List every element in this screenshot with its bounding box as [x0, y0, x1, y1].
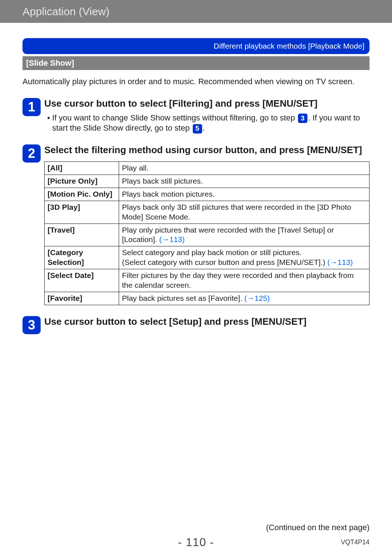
filter-desc-cell: Play all. — [119, 162, 369, 175]
app-header: Application (View) — [0, 0, 392, 23]
filter-desc-cell: Plays back still pictures. — [119, 175, 369, 188]
intro-paragraph: Automatically play pictures in order and… — [23, 77, 369, 87]
table-row: [Picture Only]Plays back still pictures. — [45, 175, 369, 188]
table-row: [3D Play]Plays back only 3D still pictur… — [45, 201, 369, 224]
step-title: Select the filtering method using cursor… — [44, 144, 369, 156]
filter-desc-cell: Filter pictures by the day they were rec… — [119, 269, 369, 292]
bullet-seg-a: If you want to change Slide Show setting… — [52, 113, 297, 122]
step-3: 3 Use cursor button to select [Setup] an… — [23, 316, 369, 334]
filter-label-cell: [3D Play] — [45, 201, 119, 224]
step-title: Use cursor button to select [Filtering] … — [44, 98, 369, 109]
filter-label-cell: [Favorite] — [45, 292, 119, 305]
banner-text: Different playback methods [Playback Mod… — [214, 42, 364, 50]
step-1: 1 Use cursor button to select [Filtering… — [23, 98, 369, 134]
table-row: [Category Selection]Select category and … — [45, 246, 369, 269]
inline-step-ref-icon: 5 — [193, 124, 202, 134]
filter-label-cell: [Motion Pic. Only] — [45, 188, 119, 201]
filter-desc-cell: Play only pictures that were recorded wi… — [119, 224, 369, 246]
filter-label-cell: [Picture Only] — [45, 175, 119, 188]
step-number-badge: 2 — [23, 144, 41, 163]
filter-label-cell: [Category Selection] — [45, 246, 119, 269]
step-bullet: • If you want to change Slide Show setti… — [44, 113, 369, 134]
page-ref-link[interactable]: (→113) — [159, 235, 185, 243]
app-title: Application (View) — [23, 5, 110, 18]
table-row: [Select Date]Filter pictures by the day … — [45, 269, 369, 292]
bullet-seg-c: . — [203, 123, 205, 132]
page-ref-link[interactable]: (→125) — [244, 294, 270, 302]
filter-desc-cell: Play back pictures set as [Favorite]. (→… — [119, 292, 369, 305]
step-number-badge: 1 — [23, 98, 41, 116]
table-row: [Motion Pic. Only]Plays back motion pict… — [45, 188, 369, 201]
inline-step-ref-icon: 3 — [298, 114, 307, 123]
filter-desc-cell: Plays back motion pictures. — [119, 188, 369, 201]
table-row: [All]Play all. — [45, 162, 369, 175]
section-heading: [Slide Show] — [23, 56, 369, 70]
filter-label-cell: [Travel] — [45, 224, 119, 246]
filter-label-cell: [All] — [45, 162, 119, 175]
section-title-text: [Slide Show] — [26, 58, 74, 67]
step-title: Use cursor button to select [Setup] and … — [44, 316, 369, 327]
document-code: VQT4P14 — [341, 538, 369, 546]
bullet-dot-icon: • — [47, 113, 50, 134]
continued-note: (Continued on the next page) — [266, 523, 369, 532]
bullet-text: If you want to change Slide Show setting… — [52, 113, 369, 134]
table-row: [Travel]Play only pictures that were rec… — [45, 224, 369, 246]
filter-table: [All]Play all.[Picture Only]Plays back s… — [44, 161, 369, 305]
breadcrumb-banner: Different playback methods [Playback Mod… — [23, 38, 369, 54]
page-number: - 110 - — [178, 536, 214, 549]
table-row: [Favorite]Play back pictures set as [Fav… — [45, 292, 369, 305]
page-ref-link[interactable]: (→113) — [327, 258, 353, 266]
step-2: 2 Select the filtering method using curs… — [23, 144, 369, 305]
filter-label-cell: [Select Date] — [45, 269, 119, 292]
filter-desc-cell: Plays back only 3D still pictures that w… — [119, 201, 369, 224]
filter-desc-cell: Select category and play back motion or … — [119, 246, 369, 269]
step-number-badge: 3 — [23, 316, 41, 334]
